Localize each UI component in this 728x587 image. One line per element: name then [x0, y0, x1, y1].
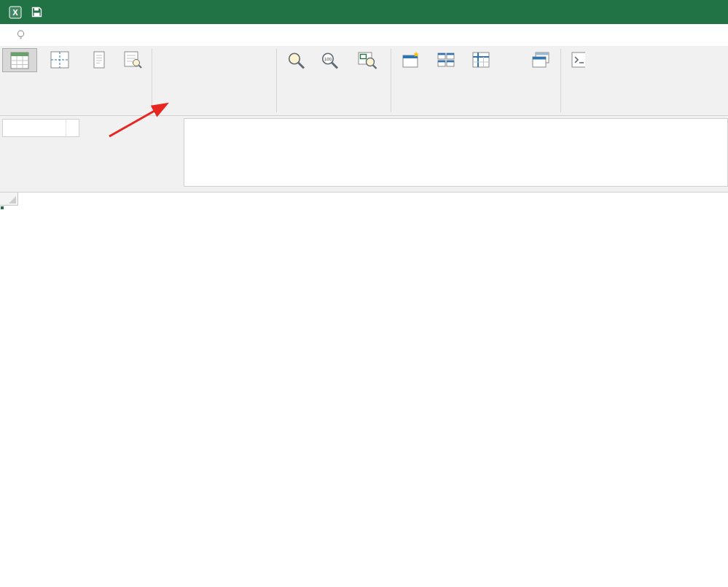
normal-view-icon: [10, 52, 29, 69]
zoom-100-icon: 100: [320, 51, 340, 70]
annotation-arrow: [102, 98, 182, 143]
window-small-buttons: [498, 48, 509, 54]
tell-me-box[interactable]: [16, 29, 31, 41]
macros-button[interactable]: [564, 48, 585, 71]
save-icon: [31, 7, 42, 18]
name-box[interactable]: [2, 119, 79, 137]
zoom-to-selection-icon: [358, 51, 377, 70]
select-all-button[interactable]: [0, 193, 18, 206]
spreadsheet: [0, 193, 728, 587]
switch-windows-button[interactable]: [523, 48, 558, 81]
macros-icon: [571, 51, 585, 69]
page-layout-view-icon: [90, 51, 109, 69]
show-group-columns: [154, 48, 168, 57]
name-box-caret-icon[interactable]: [66, 120, 79, 136]
zoom-100-button[interactable]: 100: [313, 48, 346, 72]
ribbon-tab-bar: [0, 24, 728, 46]
formula-input[interactable]: [184, 118, 728, 187]
selected-cell[interactable]: [0, 206, 3, 209]
page-break-preview-button[interactable]: [37, 48, 82, 71]
window-group: [391, 46, 560, 115]
arrange-all-icon: [437, 51, 455, 69]
zoom-group: 100: [277, 46, 391, 115]
lightbulb-icon: [16, 29, 26, 41]
zoom-to-selection-button[interactable]: [346, 48, 388, 72]
new-window-button[interactable]: [394, 48, 428, 71]
macros-group: [561, 46, 585, 115]
freeze-panes-icon: [471, 51, 490, 69]
titlebar: X: [0, 0, 728, 24]
svg-text:100: 100: [324, 56, 332, 61]
custom-views-button[interactable]: [116, 48, 149, 71]
excel-logo-icon: X: [9, 6, 22, 19]
excel-window: X: [0, 0, 728, 587]
excel-app-icon[interactable]: X: [9, 6, 22, 19]
arrange-all-button[interactable]: [428, 48, 463, 71]
save-button[interactable]: [31, 7, 42, 18]
new-window-icon: [402, 51, 420, 69]
column-header-row: [0, 193, 728, 206]
zoom-icon: [286, 51, 306, 70]
custom-views-icon: [123, 51, 142, 69]
annotation-text: [184, 119, 727, 124]
switch-windows-icon: [531, 51, 550, 69]
svg-text:X: X: [12, 8, 18, 17]
page-break-preview-icon: [50, 51, 69, 69]
page-layout-view-button[interactable]: [82, 48, 116, 71]
zoom-button[interactable]: [279, 48, 313, 72]
normal-view-button[interactable]: [2, 48, 37, 72]
fill-handle[interactable]: [0, 206, 4, 210]
freeze-panes-button[interactable]: [463, 48, 498, 81]
window-grayed-buttons: [509, 48, 523, 54]
